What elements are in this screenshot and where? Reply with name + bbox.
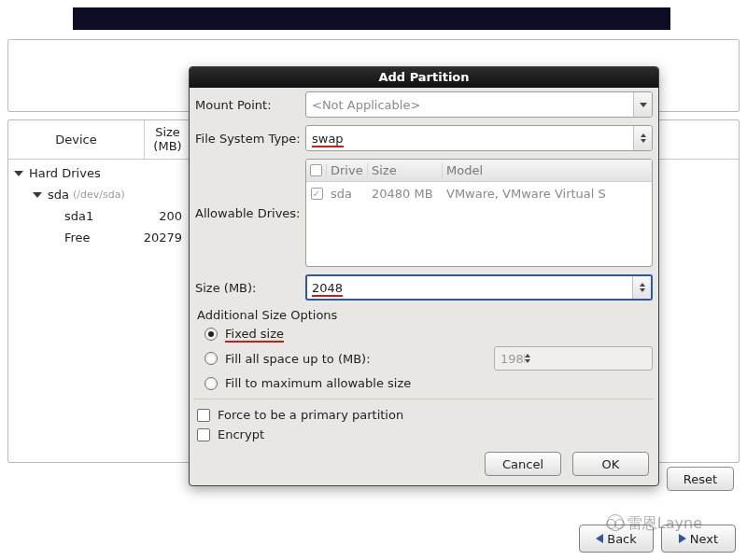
chevron-down-icon[interactable] — [14, 171, 23, 176]
fstype-row: File System Type: swap — [190, 121, 658, 155]
fill-up-to-value: 198 — [500, 352, 524, 366]
allowable-drives-row: Allowable Drives: Drive Size Model ✓ sda… — [190, 155, 658, 271]
device-path: (/dev/sda) — [73, 189, 125, 201]
tree-label: Hard Drives — [29, 166, 101, 180]
option-fill-up-to-label: Fill all space up to (MB): — [225, 352, 371, 366]
ok-button[interactable]: OK — [572, 452, 649, 476]
arrow-right-icon — [679, 534, 686, 543]
size-input[interactable]: 2048 — [305, 274, 653, 301]
free-size: 20279 — [126, 231, 182, 245]
encrypt-label: Encrypt — [218, 427, 264, 441]
mount-point-value: <Not Applicable> — [312, 98, 420, 112]
radio-fill-max[interactable] — [204, 377, 218, 390]
drive-list-header: Drive Size Model — [306, 160, 652, 182]
nav-buttons: Back Next — [579, 525, 736, 553]
back-button[interactable]: Back — [579, 525, 654, 553]
spinner-buttons[interactable] — [632, 276, 651, 299]
allowable-drives-list[interactable]: Drive Size Model ✓ sda 20480 MB VMware, … — [305, 159, 653, 267]
dialog-buttons: Cancel OK — [190, 444, 658, 485]
next-label: Next — [690, 532, 718, 546]
drive-row-name: sda — [327, 187, 368, 201]
option-fill-max[interactable]: Fill to maximum allowable size — [190, 373, 658, 393]
checkbox-encrypt[interactable] — [197, 428, 210, 441]
option-fill-max-label: Fill to maximum allowable size — [225, 376, 411, 390]
option-fill-up-to[interactable]: Fill all space up to (MB): 198 — [190, 343, 658, 373]
option-fixed-size-label: Fixed size — [225, 327, 284, 341]
back-label: Back — [607, 532, 637, 546]
drive-row-model: VMware, VMware Virtual S — [443, 187, 652, 201]
partition-size: 200 — [126, 209, 182, 223]
column-size-line2: (MB) — [153, 140, 181, 153]
drive-header-checkbox[interactable] — [306, 164, 327, 176]
chevron-updown-icon[interactable] — [633, 126, 652, 150]
radio-fill-up-to[interactable] — [204, 352, 218, 365]
option-encrypt[interactable]: Encrypt — [190, 425, 658, 444]
tree-label: sda1 — [64, 209, 93, 223]
mount-point-row: Mount Point: <Not Applicable> — [190, 88, 658, 121]
column-size-line1: Size — [155, 126, 180, 139]
drive-row[interactable]: ✓ sda 20480 MB VMware, VMware Virtual S — [306, 182, 652, 204]
drive-row-size: 20480 MB — [368, 187, 443, 201]
column-device[interactable]: Device — [8, 120, 145, 159]
fill-up-to-input: 198 — [494, 346, 653, 371]
reset-button[interactable]: Reset — [667, 467, 734, 491]
next-button[interactable]: Next — [661, 525, 736, 553]
drive-header-size[interactable]: Size — [368, 163, 443, 177]
mount-point-label: Mount Point: — [195, 98, 305, 112]
dialog-title: Add Partition — [190, 67, 658, 88]
column-size[interactable]: Size (MB) — [145, 120, 191, 159]
separator — [193, 399, 655, 399]
mount-point-combo[interactable]: <Not Applicable> — [305, 91, 653, 118]
tree-label: Free — [64, 231, 91, 245]
checkbox-force-primary[interactable] — [197, 409, 210, 422]
drive-header-drive[interactable]: Drive — [327, 163, 368, 177]
fstype-value: swap — [312, 132, 344, 146]
top-banner — [73, 7, 670, 30]
additional-size-options-label: Additional Size Options — [190, 304, 658, 324]
size-label: Size (MB): — [195, 281, 305, 295]
cancel-button[interactable]: Cancel — [485, 452, 561, 476]
fstype-combo[interactable]: swap — [305, 125, 653, 151]
arrow-left-icon — [596, 534, 603, 543]
size-row: Size (MB): 2048 — [190, 271, 658, 304]
tree-label: sda — [48, 188, 69, 202]
force-primary-label: Force to be a primary partition — [218, 408, 403, 422]
drive-header-model[interactable]: Model — [443, 163, 652, 177]
fstype-label: File System Type: — [195, 132, 305, 146]
size-value: 2048 — [312, 281, 343, 295]
radio-fixed-size[interactable] — [204, 328, 218, 341]
chevron-down-icon[interactable] — [633, 92, 652, 117]
add-partition-dialog: Add Partition Mount Point: <Not Applicab… — [189, 66, 659, 486]
option-fixed-size[interactable]: Fixed size — [190, 324, 658, 343]
chevron-down-icon[interactable] — [33, 192, 42, 198]
option-force-primary[interactable]: Force to be a primary partition — [190, 405, 658, 425]
allowable-drives-label: Allowable Drives: — [195, 206, 305, 220]
drive-row-checkbox[interactable]: ✓ — [311, 188, 323, 200]
spinner-buttons-disabled — [524, 354, 530, 363]
